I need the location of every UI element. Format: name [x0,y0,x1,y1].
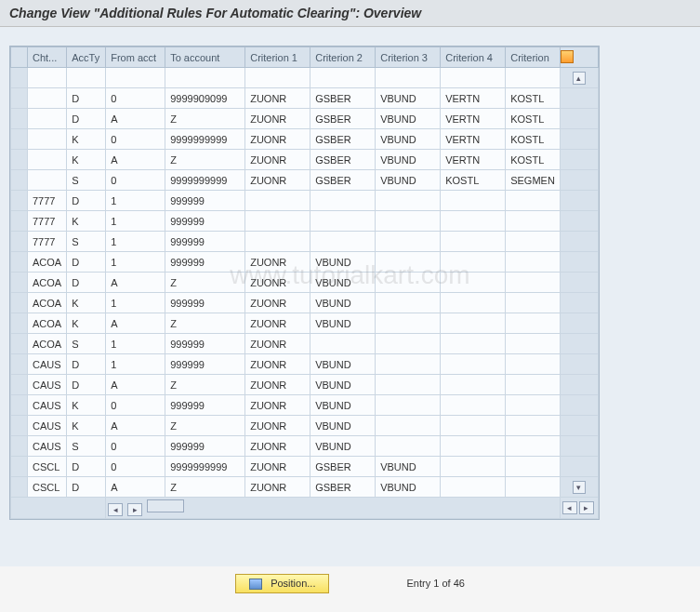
cell-c3[interactable]: VBUND [376,170,441,191]
table-row[interactable]: ACOAKAZZUONRVBUND [11,313,599,334]
table-row[interactable]: ▴ [11,68,599,88]
cell-accty[interactable]: D [67,109,106,129]
cell-accty[interactable]: D [67,477,106,498]
cell-c2[interactable]: GSBER [310,170,376,191]
table-row[interactable]: 7777K1999999 [11,211,599,232]
col-header-crit2[interactable]: Criterion 2 [310,47,376,68]
cell-cht[interactable]: ACOA [28,252,67,273]
cell-c4[interactable] [441,191,506,211]
cell-to[interactable]: Z [165,273,245,293]
cell-c2[interactable]: GSBER [310,457,376,477]
col-header-from[interactable]: From acct [106,47,165,68]
cell-c2[interactable]: GSBER [310,150,376,170]
cell-c4[interactable] [441,416,506,436]
row-selector[interactable] [11,313,28,334]
row-selector[interactable] [11,191,28,211]
cell-c5[interactable] [506,191,561,211]
cell-from[interactable]: 1 [106,211,165,232]
cell-to[interactable]: 9999999999 [165,129,245,150]
table-config-header[interactable] [560,47,598,68]
table-row[interactable]: 7777S1999999 [11,232,599,252]
row-selector[interactable] [11,477,28,498]
cell-cht[interactable]: 7777 [28,191,67,211]
cell-c2[interactable] [310,211,376,232]
cell-c3[interactable]: VBUND [376,129,441,150]
cell-from[interactable]: A [106,109,165,129]
cell-cht[interactable] [28,68,67,88]
cell-c1[interactable]: ZUONR [245,88,310,109]
cell-c5[interactable] [506,313,561,334]
hscroll-right2-button[interactable]: ▸ [579,501,594,514]
cell-cht[interactable]: CSCL [28,477,67,498]
cell-accty[interactable]: D [67,457,106,477]
cell-c1[interactable]: ZUONR [245,395,310,416]
hscroll-left-button[interactable]: ◂ [108,503,123,516]
cell-accty[interactable]: K [67,211,106,232]
cell-accty[interactable]: K [67,395,106,416]
cell-c3[interactable] [376,211,441,232]
cell-cht[interactable] [28,109,67,129]
cell-c2[interactable]: VBUND [310,293,376,313]
cell-c1[interactable]: ZUONR [245,334,310,354]
cell-c2[interactable]: VBUND [310,354,376,375]
cell-c2[interactable]: VBUND [310,375,376,395]
cell-c4[interactable]: VERTN [441,129,506,150]
cell-c3[interactable] [376,334,441,354]
cell-c4[interactable] [441,273,506,293]
cell-cht[interactable]: ACOA [28,293,67,313]
cell-c5[interactable] [506,416,561,436]
cell-to[interactable]: 999999 [165,293,245,313]
cell-from[interactable]: A [106,416,165,436]
cell-cht[interactable]: CAUS [28,395,67,416]
cell-to[interactable]: 999999 [165,354,245,375]
cell-from[interactable]: A [106,313,165,334]
cell-c2[interactable]: GSBER [310,129,376,150]
cell-from[interactable]: 0 [106,129,165,150]
hscroll-left2-button[interactable]: ◂ [562,501,577,514]
cell-c2[interactable] [310,232,376,252]
cell-c5[interactable] [506,293,561,313]
cell-to[interactable]: Z [165,375,245,395]
cell-c4[interactable]: VERTN [441,109,506,129]
cell-c1[interactable]: ZUONR [245,416,310,436]
hscroll-track[interactable] [147,499,184,512]
cell-to[interactable]: 9999999999 [165,170,245,191]
row-selector[interactable] [11,252,28,273]
cell-c2[interactable]: VBUND [310,436,376,457]
row-selector[interactable] [11,129,28,150]
cell-c5[interactable] [506,68,561,88]
cell-c1[interactable]: ZUONR [245,293,310,313]
cell-c4[interactable] [441,211,506,232]
table-row[interactable]: ACOAK1999999ZUONRVBUND [11,293,599,313]
cell-c3[interactable] [376,293,441,313]
table-row[interactable]: D09999909099ZUONRGSBERVBUNDVERTNKOSTL [11,88,599,109]
cell-accty[interactable]: S [67,232,106,252]
cell-from[interactable]: 1 [106,293,165,313]
cell-from[interactable]: 0 [106,436,165,457]
cell-to[interactable]: Z [165,313,245,334]
cell-accty[interactable] [67,68,106,88]
cell-accty[interactable]: K [67,313,106,334]
col-header-cht[interactable]: Cht... [28,47,67,68]
cell-from[interactable]: 0 [106,395,165,416]
row-selector[interactable] [11,68,28,88]
select-all-header[interactable] [11,47,28,68]
position-button[interactable]: Position... [235,574,329,593]
cell-c4[interactable] [441,477,506,498]
cell-to[interactable]: Z [165,477,245,498]
cell-accty[interactable]: S [67,334,106,354]
cell-from[interactable]: 1 [106,354,165,375]
cell-to[interactable]: 999999 [165,395,245,416]
cell-c3[interactable] [376,354,441,375]
table-row[interactable]: ACOAD1999999ZUONRVBUND [11,252,599,273]
col-header-crit5[interactable]: Criterion [506,47,561,68]
cell-c2[interactable]: VBUND [310,252,376,273]
cell-from[interactable]: A [106,273,165,293]
cell-from[interactable]: A [106,375,165,395]
vscroll-down-button[interactable]: ▾ [573,481,586,494]
col-header-crit3[interactable]: Criterion 3 [376,47,441,68]
cell-c5[interactable] [506,273,561,293]
cell-to[interactable] [165,68,245,88]
cell-c1[interactable]: ZUONR [245,457,310,477]
cell-c5[interactable] [506,395,561,416]
